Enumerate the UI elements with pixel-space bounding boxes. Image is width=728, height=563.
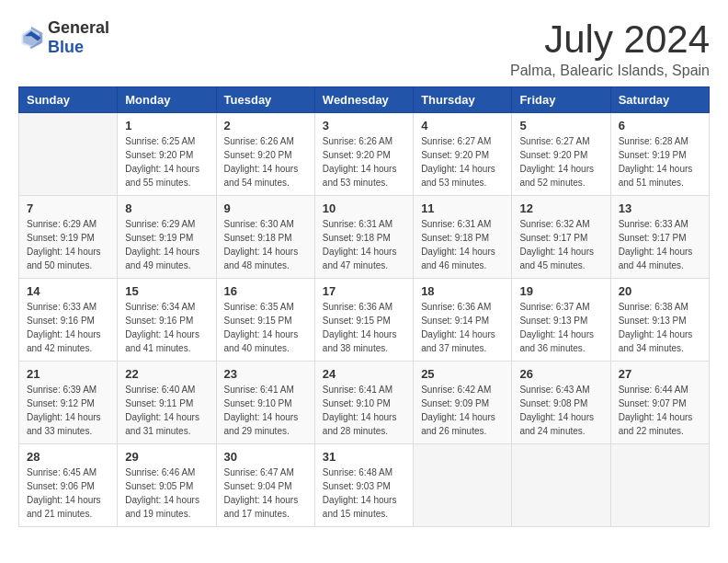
day-number: 2 (224, 119, 307, 132)
weekday-header-thursday: Thursday (414, 87, 512, 113)
calendar-cell: 26Sunrise: 6:43 AMSunset: 9:08 PMDayligh… (512, 362, 610, 444)
weekday-header-friday: Friday (512, 87, 610, 113)
calendar-cell: 11Sunrise: 6:31 AMSunset: 9:18 PMDayligh… (414, 196, 512, 279)
calendar-cell: 19Sunrise: 6:37 AMSunset: 9:13 PMDayligh… (512, 279, 610, 362)
logo: General Blue (18, 18, 109, 57)
day-info: Sunrise: 6:46 AMSunset: 9:05 PMDaylight:… (125, 465, 208, 521)
calendar-cell: 29Sunrise: 6:46 AMSunset: 9:05 PMDayligh… (118, 444, 216, 527)
calendar-cell (610, 444, 709, 527)
day-number: 6 (619, 119, 701, 132)
day-info: Sunrise: 6:36 AMSunset: 9:14 PMDaylight:… (421, 300, 504, 355)
calendar-cell: 5Sunrise: 6:27 AMSunset: 9:20 PMDaylight… (512, 113, 610, 196)
day-info: Sunrise: 6:27 AMSunset: 9:20 PMDaylight:… (519, 134, 602, 190)
day-number: 29 (125, 450, 208, 464)
day-info: Sunrise: 6:31 AMSunset: 9:18 PMDaylight:… (323, 217, 405, 272)
day-info: Sunrise: 6:34 AMSunset: 9:16 PMDaylight:… (125, 300, 208, 355)
day-info: Sunrise: 6:30 AMSunset: 9:18 PMDaylight:… (224, 217, 307, 272)
day-number: 19 (519, 284, 602, 298)
calendar-cell: 28Sunrise: 6:45 AMSunset: 9:06 PMDayligh… (19, 444, 118, 527)
week-row-3: 14Sunrise: 6:33 AMSunset: 9:16 PMDayligh… (19, 279, 710, 362)
calendar-cell: 7Sunrise: 6:29 AMSunset: 9:19 PMDaylight… (19, 196, 118, 279)
day-info: Sunrise: 6:29 AMSunset: 9:19 PMDaylight:… (125, 217, 208, 272)
day-info: Sunrise: 6:42 AMSunset: 9:09 PMDaylight:… (421, 383, 504, 438)
day-number: 20 (619, 284, 701, 298)
day-number: 22 (125, 367, 208, 381)
calendar-cell: 9Sunrise: 6:30 AMSunset: 9:18 PMDaylight… (216, 196, 314, 279)
calendar-cell: 12Sunrise: 6:32 AMSunset: 9:17 PMDayligh… (512, 196, 610, 279)
day-number: 17 (323, 284, 405, 298)
page-header: General Blue July 2024 Palma, Balearic I… (18, 18, 710, 79)
day-number: 5 (519, 119, 602, 132)
day-info: Sunrise: 6:32 AMSunset: 9:17 PMDaylight:… (519, 217, 602, 272)
day-info: Sunrise: 6:29 AMSunset: 9:19 PMDaylight:… (27, 217, 109, 272)
day-number: 30 (224, 450, 307, 464)
calendar-cell: 15Sunrise: 6:34 AMSunset: 9:16 PMDayligh… (118, 279, 216, 362)
day-number: 26 (519, 367, 602, 381)
day-number: 12 (519, 201, 602, 215)
calendar-cell: 2Sunrise: 6:26 AMSunset: 9:20 PMDaylight… (216, 113, 314, 196)
calendar-cell (414, 444, 512, 527)
title-area: July 2024 Palma, Balearic Islands, Spain (510, 18, 710, 79)
day-info: Sunrise: 6:31 AMSunset: 9:18 PMDaylight:… (421, 217, 504, 272)
calendar-cell: 24Sunrise: 6:41 AMSunset: 9:10 PMDayligh… (314, 362, 413, 444)
weekday-header-row: SundayMondayTuesdayWednesdayThursdayFrid… (19, 87, 710, 113)
calendar-cell: 22Sunrise: 6:40 AMSunset: 9:11 PMDayligh… (118, 362, 216, 444)
day-info: Sunrise: 6:26 AMSunset: 9:20 PMDaylight:… (224, 134, 307, 190)
calendar-cell: 18Sunrise: 6:36 AMSunset: 9:14 PMDayligh… (414, 279, 512, 362)
calendar-cell: 1Sunrise: 6:25 AMSunset: 9:20 PMDaylight… (118, 113, 216, 196)
day-info: Sunrise: 6:47 AMSunset: 9:04 PMDaylight:… (224, 465, 307, 521)
weekday-header-saturday: Saturday (610, 87, 709, 113)
day-number: 16 (224, 284, 307, 298)
day-info: Sunrise: 6:26 AMSunset: 9:20 PMDaylight:… (323, 134, 405, 190)
calendar-cell: 16Sunrise: 6:35 AMSunset: 9:15 PMDayligh… (216, 279, 314, 362)
day-number: 28 (27, 450, 109, 464)
day-info: Sunrise: 6:41 AMSunset: 9:10 PMDaylight:… (224, 383, 307, 438)
day-number: 11 (421, 201, 504, 215)
calendar-cell: 10Sunrise: 6:31 AMSunset: 9:18 PMDayligh… (314, 196, 413, 279)
weekday-header-sunday: Sunday (19, 87, 118, 113)
day-number: 25 (421, 367, 504, 381)
calendar-cell: 4Sunrise: 6:27 AMSunset: 9:20 PMDaylight… (414, 113, 512, 196)
calendar-cell: 3Sunrise: 6:26 AMSunset: 9:20 PMDaylight… (314, 113, 413, 196)
day-number: 13 (619, 201, 701, 215)
week-row-5: 28Sunrise: 6:45 AMSunset: 9:06 PMDayligh… (19, 444, 710, 527)
calendar-cell: 23Sunrise: 6:41 AMSunset: 9:10 PMDayligh… (216, 362, 314, 444)
day-number: 18 (421, 284, 504, 298)
calendar-cell: 6Sunrise: 6:28 AMSunset: 9:19 PMDaylight… (610, 113, 709, 196)
day-info: Sunrise: 6:35 AMSunset: 9:15 PMDaylight:… (224, 300, 307, 355)
calendar-cell: 21Sunrise: 6:39 AMSunset: 9:12 PMDayligh… (19, 362, 118, 444)
calendar-cell: 31Sunrise: 6:48 AMSunset: 9:03 PMDayligh… (314, 444, 413, 527)
day-info: Sunrise: 6:37 AMSunset: 9:13 PMDaylight:… (519, 300, 602, 355)
day-number: 14 (27, 284, 109, 298)
calendar-cell: 17Sunrise: 6:36 AMSunset: 9:15 PMDayligh… (314, 279, 413, 362)
day-number: 23 (224, 367, 307, 381)
calendar-cell: 30Sunrise: 6:47 AMSunset: 9:04 PMDayligh… (216, 444, 314, 527)
month-title: July 2024 (510, 18, 710, 61)
day-info: Sunrise: 6:44 AMSunset: 9:07 PMDaylight:… (619, 383, 701, 438)
day-info: Sunrise: 6:40 AMSunset: 9:11 PMDaylight:… (125, 383, 208, 438)
logo-icon (18, 25, 44, 51)
location-title: Palma, Balearic Islands, Spain (510, 63, 710, 79)
day-number: 21 (27, 367, 109, 381)
day-info: Sunrise: 6:43 AMSunset: 9:08 PMDaylight:… (519, 383, 602, 438)
day-info: Sunrise: 6:27 AMSunset: 9:20 PMDaylight:… (421, 134, 504, 190)
calendar-cell: 27Sunrise: 6:44 AMSunset: 9:07 PMDayligh… (610, 362, 709, 444)
day-number: 8 (125, 201, 208, 215)
day-number: 9 (224, 201, 307, 215)
week-row-2: 7Sunrise: 6:29 AMSunset: 9:19 PMDaylight… (19, 196, 710, 279)
day-info: Sunrise: 6:45 AMSunset: 9:06 PMDaylight:… (27, 465, 109, 521)
calendar-table: SundayMondayTuesdayWednesdayThursdayFrid… (18, 86, 710, 527)
logo-blue-text: Blue (48, 38, 84, 56)
calendar-cell: 13Sunrise: 6:33 AMSunset: 9:17 PMDayligh… (610, 196, 709, 279)
weekday-header-wednesday: Wednesday (314, 87, 413, 113)
day-number: 7 (27, 201, 109, 215)
day-number: 4 (421, 119, 504, 132)
day-info: Sunrise: 6:33 AMSunset: 9:16 PMDaylight:… (27, 300, 109, 355)
day-info: Sunrise: 6:39 AMSunset: 9:12 PMDaylight:… (27, 383, 109, 438)
week-row-1: 1Sunrise: 6:25 AMSunset: 9:20 PMDaylight… (19, 113, 710, 196)
day-number: 1 (125, 119, 208, 132)
logo-wordmark: General Blue (48, 18, 109, 57)
day-info: Sunrise: 6:33 AMSunset: 9:17 PMDaylight:… (619, 217, 701, 272)
week-row-4: 21Sunrise: 6:39 AMSunset: 9:12 PMDayligh… (19, 362, 710, 444)
day-info: Sunrise: 6:38 AMSunset: 9:13 PMDaylight:… (619, 300, 701, 355)
